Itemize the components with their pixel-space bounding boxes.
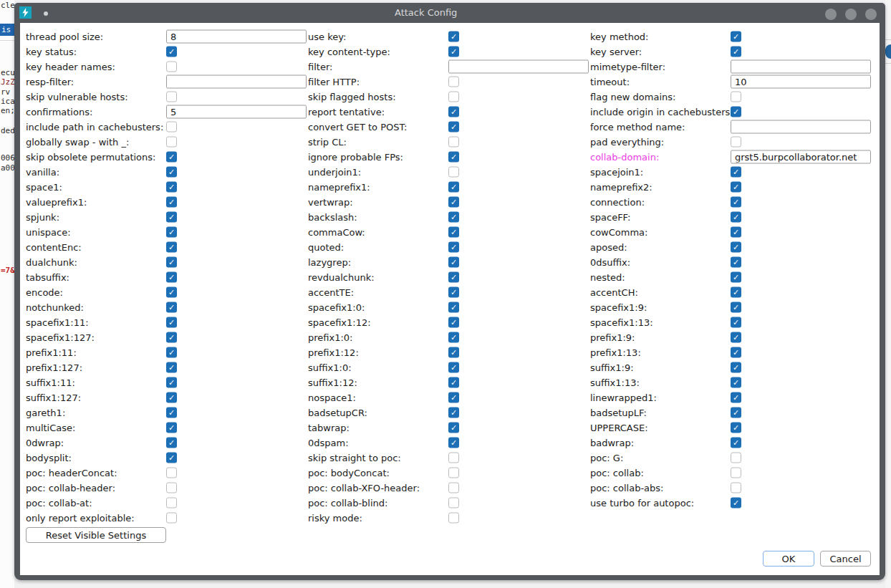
- checkbox-notchunked[interactable]: ✓: [166, 302, 177, 312]
- checkbox-skip-vulnerable-hosts[interactable]: [166, 91, 177, 102]
- checkbox-nameprefix1[interactable]: ✓: [448, 181, 459, 192]
- checkbox-spaceff[interactable]: ✓: [731, 211, 741, 222]
- checkbox-nospace1[interactable]: ✓: [448, 392, 459, 403]
- text-input-force-method-name[interactable]: [731, 120, 871, 133]
- checkbox-poc-collab-blind[interactable]: [448, 497, 459, 508]
- checkbox-key-status[interactable]: ✓: [166, 46, 177, 57]
- checkbox-nameprefix2[interactable]: ✓: [731, 181, 741, 192]
- checkbox-0dsuffix[interactable]: ✓: [731, 256, 741, 267]
- checkbox-spjunk[interactable]: ✓: [166, 211, 177, 222]
- checkbox-0dspam[interactable]: ✓: [448, 437, 459, 448]
- titlebar[interactable]: Attack Config: [14, 3, 885, 23]
- text-input-filter[interactable]: [448, 59, 589, 73]
- checkbox-backslash[interactable]: ✓: [448, 211, 459, 222]
- checkbox-suffix1-9[interactable]: ✓: [731, 362, 741, 372]
- checkbox-spacefix1-11[interactable]: ✓: [166, 317, 177, 327]
- checkbox-accentte[interactable]: ✓: [448, 286, 459, 297]
- checkbox-valueprefix1[interactable]: ✓: [166, 196, 177, 207]
- checkbox-linewrapped1[interactable]: ✓: [731, 392, 741, 403]
- checkbox-vertwrap[interactable]: ✓: [448, 196, 459, 207]
- checkbox-bodysplit[interactable]: ✓: [166, 452, 177, 463]
- checkbox-underjoin1[interactable]: [448, 166, 459, 177]
- checkbox-badwrap[interactable]: ✓: [731, 437, 741, 448]
- checkbox-nested[interactable]: ✓: [731, 271, 741, 282]
- checkbox-key-method[interactable]: ✓: [731, 31, 741, 42]
- checkbox-suffix1-0[interactable]: ✓: [448, 362, 459, 372]
- checkbox-spacefix1-127[interactable]: ✓: [166, 332, 177, 342]
- checkbox-skip-obsolete-permutations[interactable]: ✓: [166, 151, 177, 162]
- text-input-timeout[interactable]: [731, 74, 871, 88]
- checkbox-tabwrap[interactable]: ✓: [448, 422, 459, 433]
- checkbox-poc-collab-abs[interactable]: [731, 482, 741, 493]
- checkbox-only-report-exploitable[interactable]: [166, 512, 177, 523]
- checkbox-cowcomma[interactable]: ✓: [731, 226, 741, 237]
- checkbox-poc-bodyconcat[interactable]: [448, 467, 459, 478]
- checkbox-quoted[interactable]: ✓: [448, 241, 459, 252]
- checkbox-strip-cl[interactable]: [448, 136, 459, 147]
- checkbox-report-tentative[interactable]: ✓: [448, 106, 459, 117]
- checkbox-key-content-type[interactable]: ✓: [448, 46, 459, 57]
- checkbox-convert-get-to-post[interactable]: ✓: [448, 121, 459, 132]
- checkbox-lazygrep[interactable]: ✓: [448, 256, 459, 267]
- checkbox-key-header-names[interactable]: [166, 61, 177, 72]
- checkbox-suffix1-127[interactable]: ✓: [166, 392, 177, 403]
- checkbox-tabsuffix[interactable]: ✓: [166, 271, 177, 282]
- checkbox-0dwrap[interactable]: ✓: [166, 437, 177, 448]
- minimize-button[interactable]: [825, 9, 837, 20]
- checkbox-spacefix1-12[interactable]: ✓: [448, 317, 459, 327]
- checkbox-use-turbo-for-autopoc[interactable]: ✓: [731, 497, 741, 508]
- checkbox-spacefix1-9[interactable]: ✓: [731, 302, 741, 312]
- checkbox-skip-straight-to-poc[interactable]: [448, 452, 459, 463]
- checkbox-pad-everything[interactable]: [731, 136, 741, 147]
- checkbox-suffix1-11[interactable]: ✓: [166, 377, 177, 387]
- close-button[interactable]: [865, 9, 877, 20]
- checkbox-commacow[interactable]: ✓: [448, 226, 459, 237]
- checkbox-multicase[interactable]: ✓: [166, 422, 177, 433]
- checkbox-include-origin-in-cachebusters[interactable]: ✓: [731, 106, 741, 117]
- checkbox-flag-new-domains[interactable]: [731, 91, 741, 102]
- checkbox-badsetuplf[interactable]: ✓: [731, 407, 741, 418]
- checkbox-prefix1-13[interactable]: ✓: [731, 347, 741, 357]
- checkbox-include-path-in-cachebusters[interactable]: [166, 121, 177, 132]
- checkbox-poc-g[interactable]: [731, 452, 741, 463]
- checkbox-spacejoin1[interactable]: ✓: [731, 166, 741, 177]
- checkbox-contentenc[interactable]: ✓: [166, 241, 177, 252]
- maximize-button[interactable]: [845, 9, 857, 20]
- checkbox-spacefix1-13[interactable]: ✓: [731, 317, 741, 327]
- checkbox-aposed[interactable]: ✓: [731, 241, 741, 252]
- text-input-collab-domain[interactable]: [731, 150, 871, 163]
- checkbox-vanilla[interactable]: ✓: [166, 166, 177, 177]
- checkbox-prefix1-127[interactable]: ✓: [166, 362, 177, 372]
- text-input-thread-pool-size[interactable]: [166, 29, 307, 43]
- checkbox-prefix1-0[interactable]: ✓: [448, 332, 459, 342]
- checkbox-prefix1-9[interactable]: ✓: [731, 332, 741, 342]
- checkbox-gareth1[interactable]: ✓: [166, 407, 177, 418]
- checkbox-unispace[interactable]: ✓: [166, 226, 177, 237]
- text-input-mimetype-filter[interactable]: [731, 59, 871, 73]
- checkbox-risky-mode[interactable]: [448, 512, 459, 523]
- checkbox-poc-headerconcat[interactable]: [166, 467, 177, 478]
- ok-button[interactable]: OK: [763, 551, 814, 567]
- checkbox-dualchunk[interactable]: ✓: [166, 256, 177, 267]
- checkbox-suffix1-13[interactable]: ✓: [731, 377, 741, 387]
- checkbox-poc-collab-header[interactable]: [166, 482, 177, 493]
- checkbox-connection[interactable]: ✓: [731, 196, 741, 207]
- checkbox-badsetupcr[interactable]: ✓: [448, 407, 459, 418]
- cancel-button[interactable]: Cancel: [820, 551, 871, 567]
- checkbox-prefix1-11[interactable]: ✓: [166, 347, 177, 357]
- checkbox-poc-collab-at[interactable]: [166, 497, 177, 508]
- checkbox-space1[interactable]: ✓: [166, 181, 177, 192]
- checkbox-uppercase[interactable]: ✓: [731, 422, 741, 433]
- checkbox-key-server[interactable]: ✓: [731, 46, 741, 57]
- checkbox-accentch[interactable]: ✓: [731, 286, 741, 297]
- checkbox-spacefix1-0[interactable]: ✓: [448, 302, 459, 312]
- checkbox-poc-collab-xfo-header[interactable]: [448, 482, 459, 493]
- checkbox-globally-swap-with[interactable]: [166, 136, 177, 147]
- checkbox-encode[interactable]: ✓: [166, 286, 177, 297]
- checkbox-prefix1-12[interactable]: ✓: [448, 347, 459, 357]
- checkbox-poc-collab[interactable]: [731, 467, 741, 478]
- text-input-confirmations[interactable]: [166, 105, 307, 118]
- checkbox-use-key[interactable]: ✓: [448, 31, 459, 42]
- checkbox-filter-http[interactable]: [448, 76, 459, 87]
- checkbox-revdualchunk[interactable]: ✓: [448, 271, 459, 282]
